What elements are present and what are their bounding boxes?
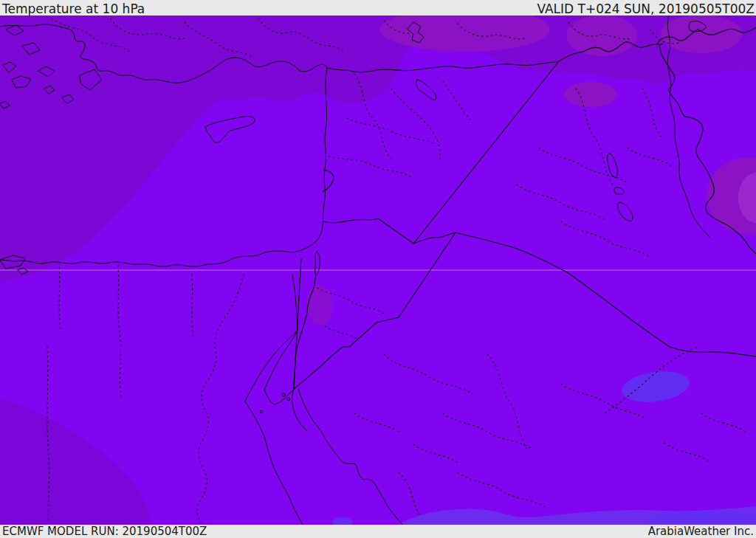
temperature-fill-layer — [0, 7, 756, 526]
map-title: Temperature at 10 hPa — [2, 1, 145, 16]
valid-time-label: VALID T+024 SUN, 20190505T00Z — [537, 1, 755, 16]
weather-map-viewer: Temperature at 10 hPa VALID T+024 SUN, 2… — [0, 0, 756, 538]
title-bar: Temperature at 10 hPa VALID T+024 SUN, 2… — [0, 0, 756, 15]
weather-map-canvas — [0, 0, 756, 538]
attribution-label: ArabiaWeather Inc. — [648, 525, 754, 538]
status-bar: ECMWF MODEL RUN: 20190504T00Z ArabiaWeat… — [0, 525, 756, 538]
model-run-label: ECMWF MODEL RUN: 20190504T00Z — [2, 525, 207, 538]
